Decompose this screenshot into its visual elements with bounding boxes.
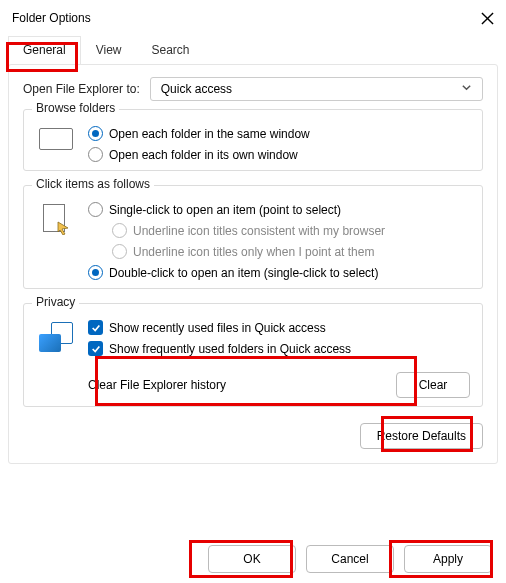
click-legend: Click items as follows [32, 177, 154, 191]
option-label: Open each folder in the same window [109, 127, 310, 141]
option-label: Underline icon titles consistent with my… [133, 224, 385, 238]
radio-icon [88, 202, 103, 217]
privacy-icon [36, 320, 76, 352]
svg-marker-2 [58, 222, 68, 235]
tab-search[interactable]: Search [137, 36, 205, 64]
radio-icon [88, 126, 103, 141]
clear-history-label: Clear File Explorer history [88, 378, 386, 392]
option-label: Show recently used files in Quick access [109, 321, 326, 335]
file-pointer-icon [36, 202, 76, 236]
window-title: Folder Options [12, 11, 91, 25]
option-label: Double-click to open an item (single-cli… [109, 266, 378, 280]
clear-button[interactable]: Clear [396, 372, 470, 398]
privacy-legend: Privacy [32, 295, 79, 309]
browse-legend: Browse folders [32, 101, 119, 115]
option-label: Single-click to open an item (point to s… [109, 203, 341, 217]
single-click-option[interactable]: Single-click to open an item (point to s… [88, 202, 470, 217]
show-frequent-folders-option[interactable]: Show frequently used folders in Quick ac… [88, 341, 470, 356]
folder-icon [36, 126, 76, 150]
open-explorer-value: Quick access [161, 82, 232, 96]
tab-strip: General View Search [0, 36, 506, 64]
apply-button[interactable]: Apply [404, 545, 492, 573]
option-label: Underline icon titles only when I point … [133, 245, 374, 259]
browse-same-window-option[interactable]: Open each folder in the same window [88, 126, 470, 141]
cancel-button[interactable]: Cancel [306, 545, 394, 573]
radio-icon [88, 265, 103, 280]
restore-defaults-button[interactable]: Restore Defaults [360, 423, 483, 449]
option-label: Show frequently used folders in Quick ac… [109, 342, 351, 356]
tab-general[interactable]: General [8, 36, 81, 64]
underline-browser-option: Underline icon titles consistent with my… [88, 223, 470, 238]
radio-icon [112, 244, 127, 259]
checkbox-icon [88, 320, 103, 335]
show-recent-files-option[interactable]: Show recently used files in Quick access [88, 320, 470, 335]
tab-view[interactable]: View [81, 36, 137, 64]
close-icon[interactable] [480, 11, 494, 25]
ok-button[interactable]: OK [208, 545, 296, 573]
underline-point-option: Underline icon titles only when I point … [88, 244, 470, 259]
checkbox-icon [88, 341, 103, 356]
double-click-option[interactable]: Double-click to open an item (single-cli… [88, 265, 470, 280]
radio-icon [112, 223, 127, 238]
open-explorer-label: Open File Explorer to: [23, 82, 140, 96]
chevron-down-icon [461, 82, 472, 96]
browse-own-window-option[interactable]: Open each folder in its own window [88, 147, 470, 162]
option-label: Open each folder in its own window [109, 148, 298, 162]
open-explorer-select[interactable]: Quick access [150, 77, 483, 101]
radio-icon [88, 147, 103, 162]
